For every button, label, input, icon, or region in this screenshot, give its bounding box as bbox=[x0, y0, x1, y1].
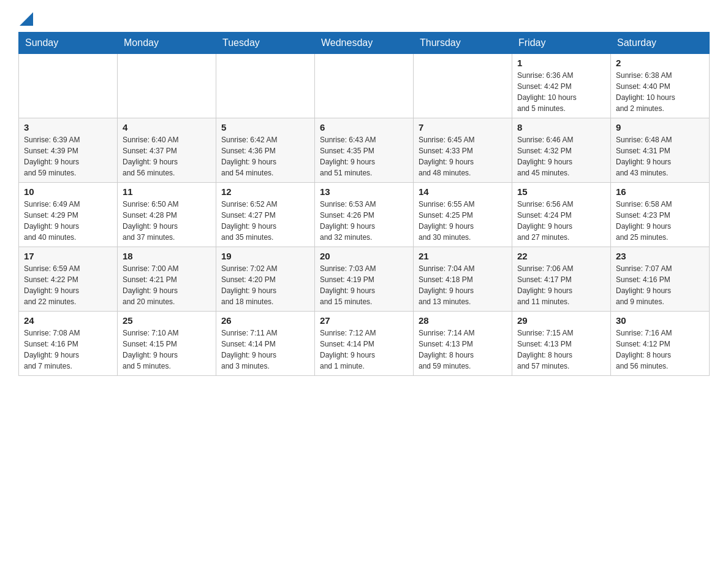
weekday-header-thursday: Thursday bbox=[414, 33, 512, 54]
day-number: 23 bbox=[616, 251, 704, 261]
day-number: 21 bbox=[419, 251, 507, 261]
day-number: 28 bbox=[419, 315, 507, 326]
calendar-cell: 8Sunrise: 6:46 AM Sunset: 4:32 PM Daylig… bbox=[512, 118, 611, 183]
logo bbox=[18, 12, 33, 26]
calendar-cell: 25Sunrise: 7:10 AM Sunset: 4:15 PM Dayli… bbox=[118, 312, 216, 376]
weekday-header-friday: Friday bbox=[512, 33, 611, 54]
day-info: Sunrise: 7:04 AM Sunset: 4:18 PM Dayligh… bbox=[419, 263, 507, 307]
day-info: Sunrise: 7:12 AM Sunset: 4:14 PM Dayligh… bbox=[320, 327, 408, 372]
day-info: Sunrise: 6:43 AM Sunset: 4:35 PM Dayligh… bbox=[320, 134, 408, 178]
calendar-cell: 4Sunrise: 6:40 AM Sunset: 4:37 PM Daylig… bbox=[118, 118, 216, 183]
day-info: Sunrise: 6:59 AM Sunset: 4:22 PM Dayligh… bbox=[24, 263, 112, 307]
day-number: 3 bbox=[24, 122, 112, 132]
calendar-week-1: 1Sunrise: 6:36 AM Sunset: 4:42 PM Daylig… bbox=[19, 54, 710, 118]
day-number: 7 bbox=[419, 122, 507, 132]
day-info: Sunrise: 6:56 AM Sunset: 4:24 PM Dayligh… bbox=[517, 199, 605, 243]
day-number: 26 bbox=[221, 315, 309, 326]
day-info: Sunrise: 7:08 AM Sunset: 4:16 PM Dayligh… bbox=[24, 327, 112, 372]
day-number: 9 bbox=[616, 122, 704, 132]
calendar-table: SundayMondayTuesdayWednesdayThursdayFrid… bbox=[18, 32, 710, 376]
calendar-cell: 21Sunrise: 7:04 AM Sunset: 4:18 PM Dayli… bbox=[414, 247, 512, 312]
calendar-cell: 23Sunrise: 7:07 AM Sunset: 4:16 PM Dayli… bbox=[611, 247, 710, 312]
day-number: 15 bbox=[517, 186, 605, 197]
weekday-header-sunday: Sunday bbox=[19, 33, 118, 54]
page-header bbox=[18, 12, 710, 26]
calendar-cell: 15Sunrise: 6:56 AM Sunset: 4:24 PM Dayli… bbox=[512, 183, 611, 247]
day-info: Sunrise: 6:45 AM Sunset: 4:33 PM Dayligh… bbox=[419, 134, 507, 178]
day-info: Sunrise: 6:53 AM Sunset: 4:26 PM Dayligh… bbox=[320, 199, 408, 243]
logo-triangle-icon bbox=[20, 12, 33, 26]
day-info: Sunrise: 6:48 AM Sunset: 4:31 PM Dayligh… bbox=[616, 134, 704, 178]
day-info: Sunrise: 7:02 AM Sunset: 4:20 PM Dayligh… bbox=[221, 263, 309, 307]
day-number: 29 bbox=[517, 315, 605, 326]
calendar-cell: 18Sunrise: 7:00 AM Sunset: 4:21 PM Dayli… bbox=[118, 247, 216, 312]
day-number: 24 bbox=[24, 315, 112, 326]
day-info: Sunrise: 6:38 AM Sunset: 4:40 PM Dayligh… bbox=[616, 70, 704, 114]
calendar-cell: 26Sunrise: 7:11 AM Sunset: 4:14 PM Dayli… bbox=[216, 312, 315, 376]
calendar-cell bbox=[118, 54, 216, 118]
weekday-header-tuesday: Tuesday bbox=[216, 33, 315, 54]
calendar-cell: 5Sunrise: 6:42 AM Sunset: 4:36 PM Daylig… bbox=[216, 118, 315, 183]
day-number: 18 bbox=[123, 251, 211, 261]
day-number: 4 bbox=[123, 122, 211, 132]
calendar-cell bbox=[19, 54, 118, 118]
calendar-cell: 1Sunrise: 6:36 AM Sunset: 4:42 PM Daylig… bbox=[512, 54, 611, 118]
day-info: Sunrise: 6:36 AM Sunset: 4:42 PM Dayligh… bbox=[517, 70, 605, 114]
calendar-cell: 20Sunrise: 7:03 AM Sunset: 4:19 PM Dayli… bbox=[315, 247, 414, 312]
calendar-week-3: 10Sunrise: 6:49 AM Sunset: 4:29 PM Dayli… bbox=[19, 183, 710, 247]
day-number: 13 bbox=[320, 186, 408, 197]
day-number: 8 bbox=[517, 122, 605, 132]
calendar-cell bbox=[315, 54, 414, 118]
calendar-cell: 12Sunrise: 6:52 AM Sunset: 4:27 PM Dayli… bbox=[216, 183, 315, 247]
calendar-cell: 9Sunrise: 6:48 AM Sunset: 4:31 PM Daylig… bbox=[611, 118, 710, 183]
calendar-cell: 24Sunrise: 7:08 AM Sunset: 4:16 PM Dayli… bbox=[19, 312, 118, 376]
calendar-cell: 29Sunrise: 7:15 AM Sunset: 4:13 PM Dayli… bbox=[512, 312, 611, 376]
weekday-header-wednesday: Wednesday bbox=[315, 33, 414, 54]
day-number: 5 bbox=[221, 122, 309, 132]
day-number: 2 bbox=[616, 58, 704, 68]
calendar-header-row: SundayMondayTuesdayWednesdayThursdayFrid… bbox=[19, 33, 710, 54]
day-info: Sunrise: 6:40 AM Sunset: 4:37 PM Dayligh… bbox=[123, 134, 211, 178]
calendar-cell: 3Sunrise: 6:39 AM Sunset: 4:39 PM Daylig… bbox=[19, 118, 118, 183]
day-info: Sunrise: 7:07 AM Sunset: 4:16 PM Dayligh… bbox=[616, 263, 704, 307]
calendar-cell: 16Sunrise: 6:58 AM Sunset: 4:23 PM Dayli… bbox=[611, 183, 710, 247]
day-info: Sunrise: 6:42 AM Sunset: 4:36 PM Dayligh… bbox=[221, 134, 309, 178]
day-info: Sunrise: 6:58 AM Sunset: 4:23 PM Dayligh… bbox=[616, 199, 704, 243]
calendar-cell: 30Sunrise: 7:16 AM Sunset: 4:12 PM Dayli… bbox=[611, 312, 710, 376]
calendar-cell: 14Sunrise: 6:55 AM Sunset: 4:25 PM Dayli… bbox=[414, 183, 512, 247]
calendar-cell: 19Sunrise: 7:02 AM Sunset: 4:20 PM Dayli… bbox=[216, 247, 315, 312]
calendar-cell: 17Sunrise: 6:59 AM Sunset: 4:22 PM Dayli… bbox=[19, 247, 118, 312]
calendar-cell: 22Sunrise: 7:06 AM Sunset: 4:17 PM Dayli… bbox=[512, 247, 611, 312]
day-info: Sunrise: 7:06 AM Sunset: 4:17 PM Dayligh… bbox=[517, 263, 605, 307]
calendar-week-2: 3Sunrise: 6:39 AM Sunset: 4:39 PM Daylig… bbox=[19, 118, 710, 183]
day-number: 17 bbox=[24, 251, 112, 261]
calendar-cell: 28Sunrise: 7:14 AM Sunset: 4:13 PM Dayli… bbox=[414, 312, 512, 376]
calendar-cell: 7Sunrise: 6:45 AM Sunset: 4:33 PM Daylig… bbox=[414, 118, 512, 183]
day-info: Sunrise: 6:49 AM Sunset: 4:29 PM Dayligh… bbox=[24, 199, 112, 243]
day-number: 19 bbox=[221, 251, 309, 261]
day-number: 16 bbox=[616, 186, 704, 197]
day-info: Sunrise: 7:15 AM Sunset: 4:13 PM Dayligh… bbox=[517, 327, 605, 372]
day-number: 10 bbox=[24, 186, 112, 197]
day-info: Sunrise: 6:46 AM Sunset: 4:32 PM Dayligh… bbox=[517, 134, 605, 178]
day-info: Sunrise: 7:11 AM Sunset: 4:14 PM Dayligh… bbox=[221, 327, 309, 372]
weekday-header-monday: Monday bbox=[118, 33, 216, 54]
day-number: 27 bbox=[320, 315, 408, 326]
day-number: 30 bbox=[616, 315, 704, 326]
day-number: 14 bbox=[419, 186, 507, 197]
day-number: 1 bbox=[517, 58, 605, 68]
calendar-cell bbox=[414, 54, 512, 118]
day-number: 11 bbox=[123, 186, 211, 197]
day-number: 6 bbox=[320, 122, 408, 132]
calendar-cell: 27Sunrise: 7:12 AM Sunset: 4:14 PM Dayli… bbox=[315, 312, 414, 376]
day-number: 22 bbox=[517, 251, 605, 261]
day-info: Sunrise: 7:10 AM Sunset: 4:15 PM Dayligh… bbox=[123, 327, 211, 372]
day-info: Sunrise: 7:03 AM Sunset: 4:19 PM Dayligh… bbox=[320, 263, 408, 307]
day-info: Sunrise: 6:52 AM Sunset: 4:27 PM Dayligh… bbox=[221, 199, 309, 243]
svg-marker-0 bbox=[20, 12, 33, 26]
day-info: Sunrise: 6:55 AM Sunset: 4:25 PM Dayligh… bbox=[419, 199, 507, 243]
calendar-cell: 6Sunrise: 6:43 AM Sunset: 4:35 PM Daylig… bbox=[315, 118, 414, 183]
day-number: 20 bbox=[320, 251, 408, 261]
day-info: Sunrise: 6:50 AM Sunset: 4:28 PM Dayligh… bbox=[123, 199, 211, 243]
day-info: Sunrise: 7:16 AM Sunset: 4:12 PM Dayligh… bbox=[616, 327, 704, 372]
